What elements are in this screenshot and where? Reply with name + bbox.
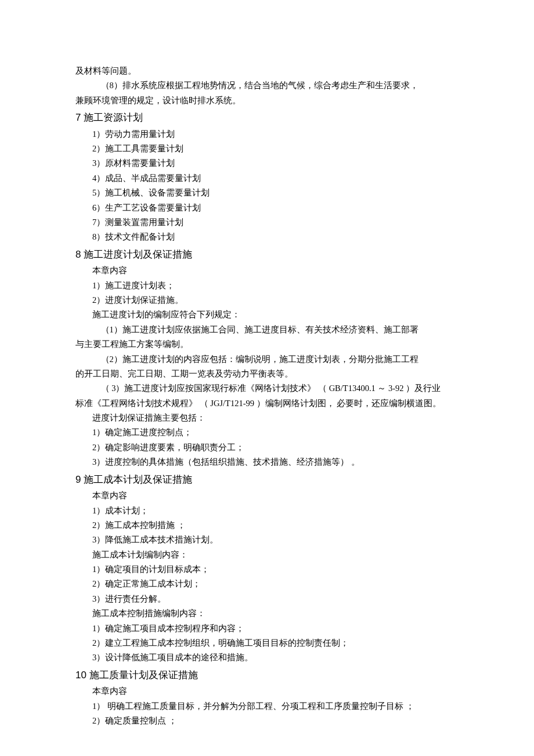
list-item: 2）施工成本控制措施 ； — [75, 518, 459, 533]
body-text: （2）施工进度计划的内容应包括：编制说明，施工进度计划表，分期分批施工工程 — [75, 352, 459, 367]
body-text: 的开工日期、完工日期、工期一览表及劳动力平衡表等。 — [75, 367, 459, 381]
list-item: 1）施工进度计划表； — [75, 278, 459, 293]
list-item: 2）施工工具需要量计划 — [75, 142, 459, 156]
body-text: 及材料等问题。 — [75, 64, 459, 78]
body-text: 本章内容 — [75, 684, 459, 699]
list-item: 2）确定正常施工成本计划； — [75, 577, 459, 591]
body-text: （ 3）施工进度计划应按国家现行标准《网络计划技术》 （ GB/T13400.1… — [75, 381, 459, 396]
document-page: 及材料等问题。 （8）排水系统应根据工程地势情况，结合当地的气候，综合考虑生产和… — [0, 0, 534, 756]
list-item: 4）成品、半成品需要量计划 — [75, 171, 459, 186]
list-item: 1）劳动力需用量计划 — [75, 127, 459, 142]
list-item: 2）确定质量控制点 ； — [75, 714, 459, 728]
body-text: （8）排水系统应根据工程地势情况，结合当地的气候，综合考虑生产和生活要求， — [75, 78, 459, 93]
list-item: 3）设计降低施工项目成本的途径和措施。 — [75, 650, 459, 665]
body-text: 施工成本控制措施编制内容： — [75, 606, 459, 621]
body-text: 施工成本计划编制内容： — [75, 548, 459, 562]
list-item: 1）确定施工进度控制点； — [75, 425, 459, 440]
section-10-heading: 10 施工质量计划及保证措施 — [75, 667, 459, 685]
body-text: 兼顾环境管理的规定，设计临时排水系统。 — [75, 93, 459, 108]
list-item: 3）原材料需要量计划 — [75, 156, 459, 171]
list-item: 8）技术文件配备计划 — [75, 230, 459, 244]
list-item: 3）降低施工成本技术措施计划。 — [75, 533, 459, 547]
body-text: 与主要工程施工方案等编制。 — [75, 337, 459, 352]
body-text: 本章内容 — [75, 263, 459, 278]
list-item: 5）施工机械、设备需要量计划 — [75, 186, 459, 200]
section-8-heading: 8 施工进度计划及保证措施 — [75, 246, 459, 264]
list-item: 3）进行责任分解。 — [75, 592, 459, 606]
list-item: 2）确定影响进度要素，明确职责分工； — [75, 440, 459, 455]
section-7-heading: 7 施工资源计划 — [75, 109, 459, 127]
list-item: 7）测量装置需用量计划 — [75, 215, 459, 230]
list-item: 6）生产工艺设备需要量计划 — [75, 201, 459, 215]
list-item: 3）进度控制的具体措施（包括组织措施、技术措施、经济措施等） 。 — [75, 455, 459, 469]
section-9-heading: 9 施工成本计划及保证措施 — [75, 471, 459, 489]
body-text: 施工进度计划的编制应符合下列规定： — [75, 308, 459, 322]
list-item: 2）进度计划保证措施。 — [75, 293, 459, 308]
list-item: 1）确定施工项目成本控制程序和内容； — [75, 621, 459, 636]
body-text: （1）施工进度计划应依据施工合同、施工进度目标、有关技术经济资料、施工部署 — [75, 323, 459, 337]
body-text: 进度计划保证措施主要包括： — [75, 411, 459, 425]
body-text: 标准《工程网络计划技术规程》 （ JGJ/T121-99 ）编制网络计划图， 必… — [75, 396, 459, 411]
list-item: 1） 明确工程施工质量目标，并分解为分部工程、分项工程和工序质量控制子目标 ； — [75, 699, 459, 714]
list-item: 1）确定项目的计划目标成本； — [75, 562, 459, 577]
body-text: 本章内容 — [75, 489, 459, 503]
list-item: 1）成本计划； — [75, 504, 459, 518]
list-item: 2）建立工程施工成本控制组织，明确施工项目目标的控制责任制； — [75, 636, 459, 650]
